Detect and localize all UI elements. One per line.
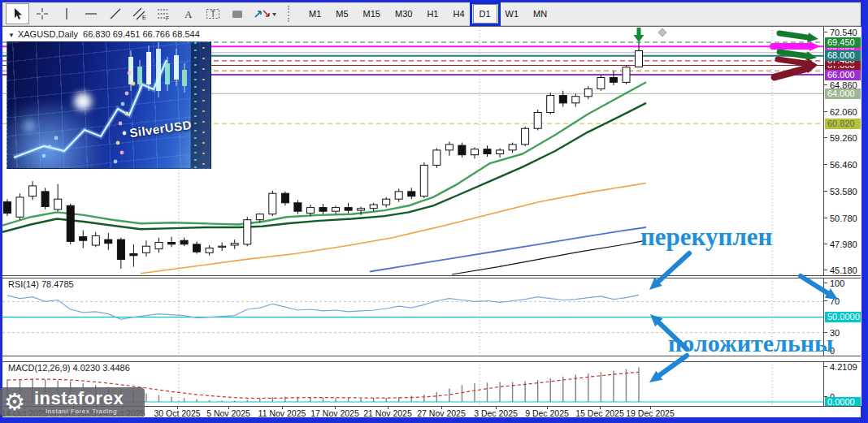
- pane-separator-main-rsi[interactable]: [2, 275, 861, 278]
- gear-icon: ⚙: [4, 388, 25, 416]
- axis-tick-label: 70.540: [830, 28, 857, 37]
- photo-chart-art: [7, 42, 210, 168]
- time-tick-label: 21 Nov 2025: [363, 408, 412, 418]
- fibonacci-tool[interactable]: F: [152, 3, 176, 24]
- timeframe-group: M1M5M15M30H1H4D1W1MN: [302, 4, 555, 24]
- horizontal-line-tool[interactable]: [79, 3, 102, 24]
- axis-tick-label: 62.060: [830, 107, 857, 117]
- axis-tick-mark: [824, 300, 827, 301]
- chart-title: ▼XAGUSD,Daily 66.830 69.451 66.766 68.54…: [8, 29, 200, 39]
- price-badge: 66.000: [825, 70, 861, 80]
- axis-tick-mark: [824, 270, 827, 270]
- annotation-overbought: перекуплен: [640, 222, 772, 252]
- time-tick-label: 27 Nov 2025: [417, 408, 466, 418]
- text-label-tool[interactable]: T: [201, 3, 224, 24]
- diamond-marker-icon: [658, 28, 666, 37]
- axis-tick-mark: [824, 283, 827, 283]
- month-separators: [179, 361, 772, 406]
- time-tick-label: 19 Dec 2025: [626, 408, 675, 418]
- axis-tick-label: 50.780: [830, 214, 857, 223]
- timeframe-button-M1[interactable]: M1: [302, 4, 328, 24]
- vertical-line-tool[interactable]: [54, 3, 78, 24]
- timeframe-button-M30[interactable]: M30: [388, 4, 419, 24]
- toolbar: E F A T M1M5M15M30H1H4D1W1MN: [2, 2, 861, 26]
- photo-bokeh-dot: [74, 93, 92, 110]
- time-tick-label: 3 Dec 2025: [474, 408, 518, 418]
- axis-tick-mark: [824, 244, 827, 244]
- price-badge: 69.450: [825, 37, 861, 48]
- level-arrow-objects: [773, 32, 820, 77]
- sell-signal-arrow-icon: [634, 35, 644, 42]
- watermark-tagline: Instant Forex Trading: [46, 408, 117, 415]
- macd-indicator-label: MACD(12,26,9) 4.0230 3.4486: [8, 363, 130, 373]
- rsi-indicator-label: RSI(14) 78.4785: [8, 279, 74, 289]
- shapes-tool[interactable]: [225, 3, 249, 24]
- time-tick-label: 9 Dec 2025: [525, 408, 569, 418]
- axis-tick-label: 4.2109: [830, 362, 857, 372]
- svg-text:A: A: [184, 8, 193, 20]
- ma-black: [452, 240, 646, 274]
- axis-tick-mark: [824, 218, 827, 218]
- price-badge: 50.0000: [825, 312, 861, 322]
- time-tick-label: 15 Dec 2025: [575, 408, 624, 418]
- axis-tick-mark: [824, 164, 827, 165]
- photo-bokeh-dot-2: [24, 120, 35, 132]
- axis-tick-mark: [824, 191, 827, 192]
- price-badge: 60.820: [825, 119, 861, 129]
- svg-text:F: F: [166, 15, 169, 20]
- instaforex-watermark: ⚙ instaforex Instant Forex Trading: [0, 387, 145, 417]
- rsi-line: [7, 295, 639, 319]
- watermark-brand: instaforex: [34, 388, 124, 409]
- arrows-tool[interactable]: [250, 3, 280, 24]
- timeframe-button-H4[interactable]: H4: [446, 4, 471, 24]
- axis-tick-label: 70: [830, 296, 840, 306]
- axis-tick-label: 45.180: [830, 265, 857, 275]
- axis-tick-mark: [824, 366, 827, 367]
- svg-text:T: T: [210, 10, 215, 19]
- time-tick-label: 5 Nov 2025: [206, 408, 250, 418]
- svg-text:E: E: [142, 15, 146, 20]
- time-tick-label: 30 Oct 2025: [154, 408, 200, 418]
- toolbar-separator: [288, 6, 297, 22]
- price-badge: 68.000: [825, 50, 861, 61]
- cursor-tool[interactable]: [6, 3, 29, 24]
- text-tool[interactable]: A: [176, 3, 200, 24]
- axis-tick-mark: [824, 111, 827, 112]
- axis-tick-label: 53.580: [830, 187, 857, 196]
- axis-tick-label: 59.260: [830, 133, 857, 143]
- axis-tick-mark: [824, 32, 827, 32]
- time-tick-label: 11 Nov 2025: [258, 408, 306, 418]
- crosshair-tool[interactable]: [30, 3, 54, 24]
- timeframe-button-M5[interactable]: M5: [329, 4, 354, 24]
- axis-tick-label: 47.980: [830, 240, 857, 249]
- timeframe-highlight-box: [470, 2, 501, 26]
- price-badge: 64.000: [825, 88, 861, 99]
- timeframe-button-H1[interactable]: H1: [420, 4, 445, 24]
- timeframe-button-M15[interactable]: M15: [357, 4, 387, 24]
- axis-tick-label: 100: [830, 278, 844, 288]
- photo-quote-strip: [190, 42, 210, 168]
- trendline-tool[interactable]: [103, 3, 127, 24]
- axis-tick-label: 56.460: [830, 160, 857, 170]
- time-tick-label: 17 Nov 2025: [310, 408, 359, 418]
- annotation-positive: положительны: [668, 330, 833, 357]
- screenshot-root: E F A T M1M5M15M30H1H4D1W1MN 70.54064.86…: [0, 0, 868, 423]
- timeframe-button-W1[interactable]: W1: [499, 4, 526, 24]
- one-click-caret-icon[interactable]: ▼: [8, 32, 15, 39]
- embedded-photo: SilverUSD: [7, 41, 211, 169]
- timeframe-button-D1[interactable]: D1: [473, 4, 497, 24]
- symbol-label: XAGUSD,Daily: [18, 29, 78, 39]
- timeframe-button-MN[interactable]: MN: [527, 4, 553, 24]
- axis-tick-mark: [824, 84, 827, 85]
- chart-markers: [634, 28, 667, 42]
- ohlc-values: 66.830 69.451 66.766 68.544: [83, 29, 200, 39]
- equidistant-channel-tool[interactable]: E: [128, 3, 151, 24]
- axis-tick-mark: [824, 137, 827, 138]
